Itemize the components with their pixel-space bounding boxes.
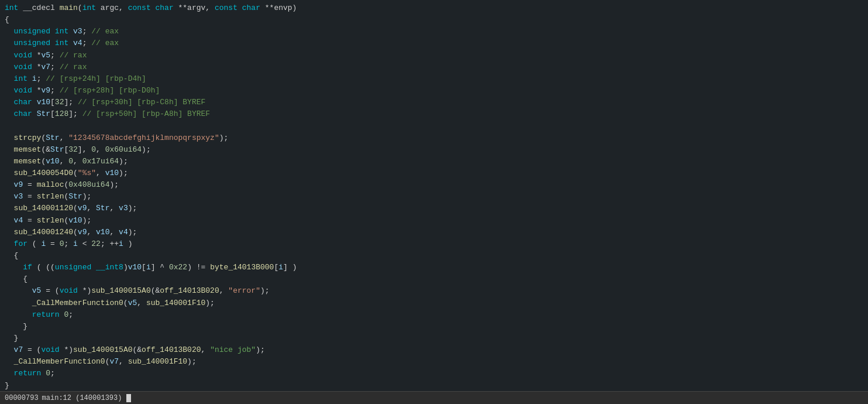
code-line-10: char Str[128]; // [rsp+50h] [rbp-A8h] BY… [5,108,863,120]
code-line-12: strcpy(Str, "12345678abcdefghijklmnopqrs… [5,132,863,144]
status-location: main:12 (140001393) [42,394,122,402]
code-line-17: v3 = strlen(Str); [5,191,863,203]
code-line-11 [5,120,863,132]
code-line-29: } [5,333,863,344]
code-line-13: memset(&Str[32], 0, 0x60ui64); [5,144,863,156]
status-address: 00000793 [5,394,39,402]
cursor-indicator [126,394,131,402]
code-line-19: v4 = strlen(v10); [5,215,863,227]
code-line-25: v5 = (void *)sub_1400015A0(&off_14013B02… [5,285,863,297]
code-line-23: if ( ((unsigned __int8)v10[i] ^ 0x22) !=… [5,262,863,273]
code-line-32: return 0; [5,368,863,379]
code-line-8: void *v9; // [rsp+28h] [rbp-D0h] [5,85,863,97]
code-line-22: { [5,250,863,262]
code-line-9: char v10[32]; // [rsp+30h] [rbp-C8h] BYR… [5,97,863,108]
code-line-30: v7 = (void *)sub_1400015A0(&off_14013B02… [5,344,863,356]
code-line-1: int __cdecl main(int argc, const char **… [5,2,863,14]
code-line-6: void *v7; // rax [5,61,863,73]
code-line-28: } [5,321,863,333]
code-line-26: _CallMemberFunction0(v5, sub_140001F10); [5,297,863,309]
code-line-18: sub_140001120(v9, Str, v3); [5,203,863,214]
code-line-14: memset(v10, 0, 0x17ui64); [5,156,863,167]
code-editor: int __cdecl main(int argc, const char **… [0,0,868,391]
code-line-16: v9 = malloc(0x408ui64); [5,179,863,191]
code-line-3: unsigned int v3; // eax [5,26,863,37]
code-line-27: return 0; [5,309,863,321]
code-line-24: { [5,273,863,285]
code-line-15: sub_1400054D0("%s", v10); [5,167,863,179]
code-line-20: sub_140001240(v9, v10, v4); [5,227,863,238]
code-line-7: int i; // [rsp+24h] [rbp-D4h] [5,73,863,85]
code-line-5: void *v5; // rax [5,50,863,61]
code-line-33: } [5,380,863,392]
code-line-4: unsigned int v4; // eax [5,37,863,49]
code-line-21: for ( i = 0; i < 22; ++i ) [5,238,863,250]
code-line-2: { [5,14,863,26]
status-bar: 00000793 main:12 (140001393) [0,391,868,404]
code-line-31: _CallMemberFunction0(v7, sub_140001F10); [5,356,863,368]
